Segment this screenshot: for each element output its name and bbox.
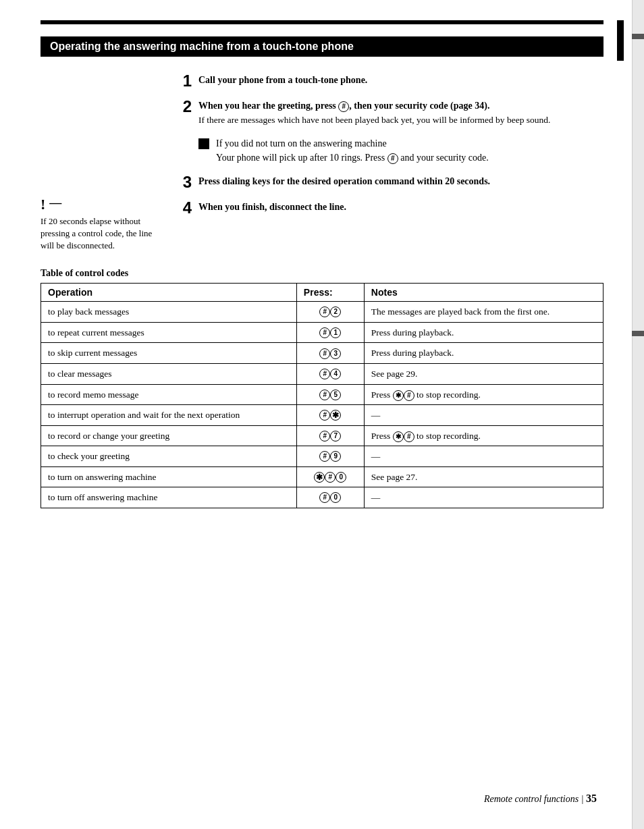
press-play-back: #2 — [296, 302, 364, 323]
press-turn-on: ✱#0 — [296, 466, 364, 487]
step-3-content: Press dialing keys for the desired opera… — [198, 174, 603, 188]
warning-normal: Your phone will pick up after 10 rings. … — [216, 153, 489, 163]
sym-star-g: ✱ — [393, 431, 404, 442]
op-interrupt: to interrupt operation and wait for the … — [41, 405, 297, 426]
step-3-text: Press dialing keys for the desired opera… — [198, 176, 490, 186]
op-play-back: to play back messages — [41, 302, 297, 323]
notes-turn-off: — — [364, 487, 603, 508]
corner-mark — [617, 20, 624, 61]
notes-play-back: The messages are played back from the fi… — [364, 302, 603, 323]
sym-hash-i: # — [319, 410, 330, 421]
sym-hash-g2: # — [404, 431, 414, 442]
op-turn-off: to turn off answering machine — [41, 487, 297, 508]
notes-skip: Press during playback. — [364, 343, 603, 364]
notes-record-greeting: Press ✱# to stop recording. — [364, 425, 603, 446]
table-row: to turn off answering machine #0 — — [41, 487, 603, 508]
sym-hash-s: # — [319, 348, 330, 359]
footer-separator: | — [581, 794, 586, 804]
step-2-content: When you hear the greeting, press #, the… — [198, 99, 603, 127]
warning-box: If you did not turn on the answering mac… — [198, 136, 603, 165]
left-note-text: If 20 seconds elapse without pressing a … — [41, 215, 162, 252]
footer: Remote control functions | 35 — [484, 793, 597, 805]
step-4: 4 When you finish, disconnect the line. — [176, 200, 603, 216]
table-title: Table of control codes — [41, 268, 603, 279]
step-2-normal: If there are messages which have not bee… — [198, 115, 550, 125]
section-header: Operating the answering machine from a t… — [41, 36, 603, 57]
op-skip: to skip current messages — [41, 343, 297, 364]
table-row: to repeat current messages #1 Press duri… — [41, 322, 603, 343]
footer-label: Remote control functions — [484, 794, 579, 804]
sym-5: 5 — [330, 390, 341, 400]
sym-star-n: ✱ — [393, 390, 404, 401]
op-repeat: to repeat current messages — [41, 322, 297, 343]
sym-7: 7 — [330, 431, 341, 442]
main-content: ! — If 20 seconds elapse without pressin… — [41, 73, 603, 252]
sym-star-i: ✱ — [330, 410, 341, 421]
table-header-row: Operation Press: Notes — [41, 284, 603, 302]
table-row: to interrupt operation and wait for the … — [41, 405, 603, 426]
col-header-notes: Notes — [364, 284, 603, 302]
dash-mark: — — [49, 194, 61, 211]
step-2-bold: When you hear the greeting, press #, the… — [198, 101, 489, 111]
sym-0-off: 0 — [330, 492, 341, 503]
table-section: Table of control codes Operation Press: … — [41, 268, 603, 508]
sym-hash-g: # — [319, 431, 330, 442]
warning-bold: If you did not turn on the answering mac… — [216, 138, 387, 149]
step-4-number: 4 — [176, 200, 192, 216]
press-record-memo: #5 — [296, 384, 364, 405]
table-row: to check your greeting #9 — — [41, 446, 603, 467]
table-row: to play back messages #2 The messages ar… — [41, 302, 603, 323]
press-record-greeting: #7 — [296, 425, 364, 446]
warning-content: If you did not turn on the answering mac… — [216, 136, 603, 165]
press-check-greeting: #9 — [296, 446, 364, 467]
step-3-number: 3 — [176, 174, 192, 190]
step-2-number: 2 — [176, 99, 192, 115]
right-margin-bar — [632, 0, 644, 829]
table-row: to record or change your greeting #7 Pre… — [41, 425, 603, 446]
step-1-number: 1 — [176, 73, 192, 89]
symbol-hash: # — [338, 101, 349, 112]
step-1-text: Call your phone from a touch-tone phone. — [198, 75, 367, 85]
col-header-press: Press: — [296, 284, 364, 302]
sym-hash-n: # — [404, 390, 414, 401]
notes-turn-on: See page 27. — [364, 466, 603, 487]
col-header-operation: Operation — [41, 284, 297, 302]
right-margin-mark-top — [632, 34, 644, 39]
table-row: to skip current messages #3 Press during… — [41, 343, 603, 364]
control-table: Operation Press: Notes to play back mess… — [41, 283, 603, 508]
step-4-text: When you finish, disconnect the line. — [198, 202, 346, 212]
step-4-content: When you finish, disconnect the line. — [198, 200, 603, 214]
sym-2: 2 — [330, 306, 341, 317]
sym-4: 4 — [330, 369, 341, 379]
press-interrupt: #✱ — [296, 405, 364, 426]
step-3: 3 Press dialing keys for the desired ope… — [176, 174, 603, 190]
press-repeat: #1 — [296, 322, 364, 343]
table-row: to turn on answering machine ✱#0 See pag… — [41, 466, 603, 487]
notes-repeat: Press during playback. — [364, 322, 603, 343]
press-skip: #3 — [296, 343, 364, 364]
left-note-column: ! — If 20 seconds elapse without pressin… — [41, 73, 162, 252]
notes-clear: See page 29. — [364, 364, 603, 385]
sym-hash-m: # — [319, 390, 330, 400]
step-1: 1 Call your phone from a touch-tone phon… — [176, 73, 603, 89]
sym-1: 1 — [330, 327, 341, 338]
press-clear: #4 — [296, 364, 364, 385]
op-record-greeting: to record or change your greeting — [41, 425, 297, 446]
step-2: 2 When you hear the greeting, press #, t… — [176, 99, 603, 127]
sym-3: 3 — [330, 348, 341, 359]
sym-hash: # — [319, 306, 330, 317]
sym-hash-off: # — [319, 492, 330, 503]
sym-star-on: ✱ — [314, 472, 325, 483]
sym-0-on: 0 — [336, 472, 346, 483]
notes-interrupt: — — [364, 405, 603, 426]
steps-column: 1 Call your phone from a touch-tone phon… — [176, 73, 603, 252]
step-1-content: Call your phone from a touch-tone phone. — [198, 73, 603, 87]
table-row: to clear messages #4 See page 29. — [41, 364, 603, 385]
sym-9: 9 — [330, 451, 341, 462]
op-record-memo: to record memo message — [41, 384, 297, 405]
sym-hash-c: # — [319, 369, 330, 379]
exclamation-mark: ! — [41, 194, 45, 215]
press-turn-off: #0 — [296, 487, 364, 508]
right-margin-mark-mid — [632, 331, 644, 336]
warning-square-icon — [198, 138, 209, 149]
